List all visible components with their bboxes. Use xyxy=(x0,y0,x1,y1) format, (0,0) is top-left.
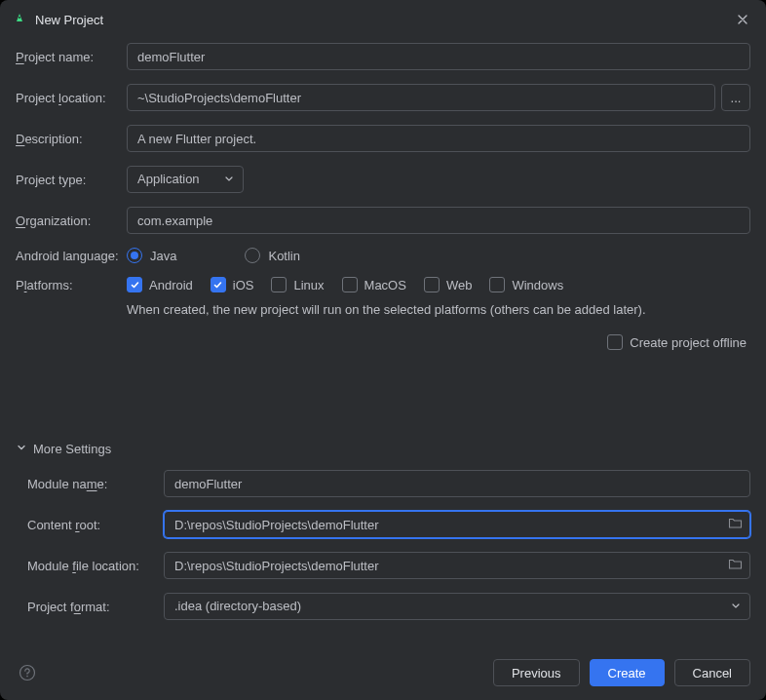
titlebar: New Project xyxy=(0,0,766,39)
checkbox-label: Linux xyxy=(293,278,324,292)
project-format-label: Project format: xyxy=(27,600,164,614)
more-settings-toggle[interactable]: More Settings xyxy=(16,438,750,460)
module-name-input[interactable] xyxy=(164,470,750,497)
checkbox-ios[interactable]: iOS xyxy=(211,277,254,292)
checkbox-label: Windows xyxy=(512,278,563,292)
platforms-hint: When created, the new project will run o… xyxy=(127,302,750,317)
android-language-label: Android language: xyxy=(16,249,127,263)
project-format-select[interactable]: .idea (directory-based) xyxy=(164,593,750,620)
cancel-button[interactable]: Cancel xyxy=(674,659,750,686)
previous-button[interactable]: Previous xyxy=(493,659,580,686)
radio-icon xyxy=(245,248,260,263)
project-type-select[interactable]: Application xyxy=(127,166,244,193)
checkbox-linux[interactable]: Linux xyxy=(271,277,324,292)
checkbox-label: MacOS xyxy=(364,278,406,292)
radio-label-kotlin: Kotlin xyxy=(268,249,300,263)
more-settings-panel: Module name: Content root: Modu xyxy=(16,470,750,620)
organization-input[interactable] xyxy=(127,207,750,234)
checkbox-icon xyxy=(271,277,287,292)
new-project-dialog: New Project Project name: Project locati… xyxy=(0,0,766,700)
content-root-label: Content root: xyxy=(27,518,164,532)
folder-icon[interactable] xyxy=(728,516,743,533)
folder-icon[interactable] xyxy=(728,557,743,574)
checkbox-offline[interactable]: Create project offline xyxy=(607,334,747,350)
create-button[interactable]: Create xyxy=(590,659,665,686)
checkbox-android[interactable]: Android xyxy=(127,277,193,292)
project-name-input[interactable] xyxy=(127,43,750,70)
checkbox-icon xyxy=(607,334,623,350)
content-root-input[interactable] xyxy=(164,511,750,538)
module-file-location-label: Module file location: xyxy=(27,559,164,573)
project-location-input[interactable] xyxy=(127,84,715,111)
radio-java[interactable]: Java xyxy=(127,248,176,263)
checkbox-windows[interactable]: Windows xyxy=(489,277,563,292)
checkbox-macos[interactable]: MacOS xyxy=(342,277,406,292)
module-name-label: Module name: xyxy=(27,477,164,491)
checkbox-label: Create project offline xyxy=(630,335,747,350)
help-icon[interactable] xyxy=(16,661,39,684)
close-icon[interactable] xyxy=(731,8,754,31)
checkbox-icon xyxy=(342,277,358,292)
more-settings-label: More Settings xyxy=(33,442,111,456)
checkbox-icon xyxy=(489,277,505,292)
checkbox-label: Web xyxy=(446,278,473,292)
radio-kotlin[interactable]: Kotlin xyxy=(245,248,300,263)
checkbox-icon xyxy=(424,277,440,292)
dialog-content: Project name: Project location: ... Desc… xyxy=(0,39,766,645)
dialog-footer: Previous Create Cancel xyxy=(0,645,766,700)
browse-location-button[interactable]: ... xyxy=(721,84,750,111)
organization-label: Organization: xyxy=(16,214,127,228)
radio-icon xyxy=(127,248,142,263)
module-file-location-input[interactable] xyxy=(164,552,750,579)
description-input[interactable] xyxy=(127,125,750,152)
description-label: Description: xyxy=(16,132,127,146)
checkbox-label: iOS xyxy=(233,278,254,292)
platforms-label: Platforms: xyxy=(16,278,127,292)
project-type-label: Project type: xyxy=(16,173,127,187)
svg-point-0 xyxy=(19,17,20,19)
project-name-label: Project name: xyxy=(16,50,127,64)
android-studio-icon xyxy=(12,12,27,27)
checkbox-label: Android xyxy=(149,278,193,292)
window-title: New Project xyxy=(35,13,731,27)
svg-point-2 xyxy=(26,676,28,678)
project-location-label: Project location: xyxy=(16,91,127,105)
checkbox-icon xyxy=(211,277,226,292)
chevron-down-icon xyxy=(16,442,27,456)
radio-label-java: Java xyxy=(150,249,176,263)
checkbox-web[interactable]: Web xyxy=(424,277,473,292)
checkbox-icon xyxy=(127,277,142,292)
